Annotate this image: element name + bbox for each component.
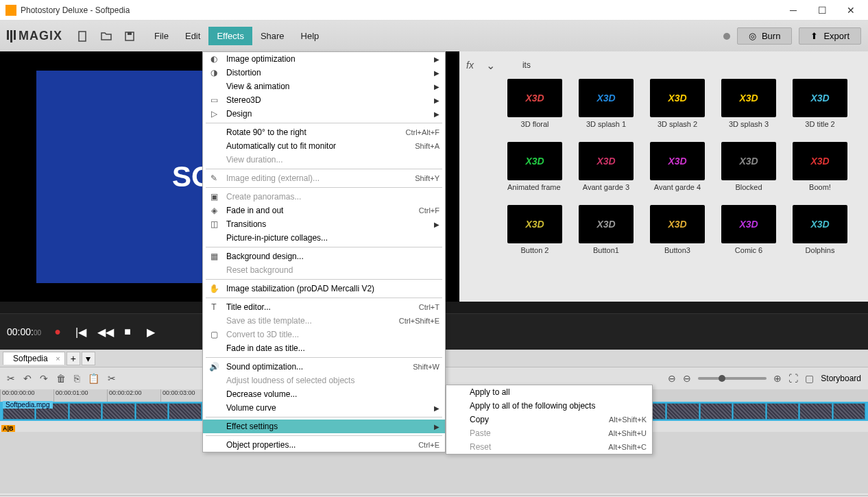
menu-item[interactable]: ▭Stereo3D▶ — [203, 93, 445, 107]
paste-icon[interactable]: 📋 — [88, 373, 99, 384]
thumbnail[interactable]: X3D3D splash 2 — [650, 79, 705, 128]
thumbnail[interactable]: X3D3D title 2 — [793, 79, 847, 128]
menu-item[interactable]: Object properties...Ctrl+E — [203, 438, 445, 452]
submenu-item: ResetAlt+Shift+C — [446, 440, 652, 454]
menu-file[interactable]: File — [146, 27, 177, 45]
zoom-out-icon[interactable]: ⊖ — [683, 373, 691, 384]
thumbnail-image: X3D — [579, 205, 634, 243]
storyboard-label[interactable]: Storyboard — [821, 374, 861, 383]
thumbnail[interactable]: X3DComic 6 — [721, 205, 776, 254]
menu-share[interactable]: Share — [252, 27, 293, 45]
thumbnail[interactable]: X3DDolphins — [793, 205, 847, 254]
submenu-item[interactable]: Apply to all — [446, 385, 652, 399]
menu-item[interactable]: ◑Distortion▶ — [203, 66, 445, 80]
submenu-item[interactable]: CopyAlt+Shift+K — [446, 413, 652, 426]
thumbnail[interactable]: X3D3D splash 1 — [579, 79, 634, 128]
thumbnail[interactable]: X3D3D splash 3 — [721, 79, 776, 128]
thumbnail[interactable]: X3D3D floral — [507, 79, 562, 128]
thumbnail-image: X3D — [507, 142, 562, 180]
maximize-button[interactable]: ☐ — [816, 4, 828, 16]
chevron-down-icon[interactable]: ⌄ — [486, 59, 495, 72]
menu-item-icon: ✎ — [208, 173, 219, 183]
menu-item[interactable]: Volume curve▶ — [203, 401, 445, 415]
thumbnail[interactable]: X3DAnimated frame 1 — [507, 142, 562, 191]
menu-item[interactable]: ◐Image optimization▶ — [203, 52, 445, 66]
minimize-button[interactable]: ─ — [787, 4, 799, 16]
rewind-button[interactable]: ◀◀ — [97, 326, 111, 339]
menu-item[interactable]: 🔊Sound optimization...Shift+W — [203, 360, 445, 374]
menu-item[interactable]: ▷Design▶ — [203, 107, 445, 121]
undo-icon[interactable]: ↶ — [23, 373, 32, 384]
svg-rect-0 — [79, 32, 86, 41]
submenu-item[interactable]: Apply to all of the following objects — [446, 399, 652, 413]
clip-frame[interactable] — [767, 403, 799, 420]
menu-effects[interactable]: Effects — [208, 27, 252, 45]
menu-help[interactable]: Help — [293, 27, 328, 45]
thumbnail[interactable]: X3DButton 2 — [507, 205, 562, 254]
thumbnail[interactable]: X3DButton3 — [650, 205, 705, 254]
menu-item[interactable]: Picture-in-picture collages... — [203, 231, 445, 245]
menu-item-label: Sound optimization... — [226, 362, 303, 372]
clip-frame[interactable] — [700, 403, 732, 420]
thumbnail-image: X3D — [721, 142, 776, 180]
clip-frame[interactable] — [136, 403, 168, 420]
clip-frame[interactable] — [833, 403, 865, 420]
record-button[interactable]: ● — [51, 326, 64, 338]
clip-frame[interactable] — [799, 403, 832, 420]
add-tab-button[interactable]: + — [67, 352, 80, 365]
thumbnail[interactable]: X3DAvant garde 4 — [650, 142, 705, 191]
clip-frame[interactable] — [169, 403, 201, 420]
menu-item[interactable]: Fade in date as title... — [203, 341, 445, 355]
menu-shortcut: Shift+W — [399, 363, 439, 371]
stop-button[interactable]: ■ — [121, 326, 134, 338]
burn-button[interactable]: ◎Burn — [737, 27, 792, 45]
clip-frame[interactable] — [733, 403, 765, 420]
thumbnail[interactable]: X3DBoom! — [793, 142, 847, 191]
zoom-slider[interactable] — [698, 377, 767, 380]
menu-item-label: Picture-in-picture collages... — [226, 233, 328, 243]
tab-menu-button[interactable]: ▾ — [82, 352, 95, 365]
skip-start-button[interactable]: |◀ — [74, 326, 88, 339]
menu-item-label: Rotate 90° to the right — [226, 128, 306, 137]
thumbnail-label: Avant garde 3 — [579, 183, 634, 191]
clip-frame[interactable] — [69, 403, 101, 420]
thumbnail[interactable]: X3DAvant garde 3 — [579, 142, 634, 191]
delete-icon[interactable]: 🗑 — [56, 373, 66, 384]
zoom-out-circle-icon[interactable]: ⊖ — [668, 373, 676, 384]
menu-item-label: Fade in and out — [226, 206, 283, 215]
menu-item[interactable]: View & animation▶ — [203, 80, 445, 93]
save-icon[interactable] — [123, 29, 136, 43]
menu-item[interactable]: ◈Fade in and outCtrl+F — [203, 204, 445, 217]
menu-item[interactable]: ◫Transitions▶ — [203, 217, 445, 231]
scissors-icon[interactable]: ✂ — [108, 373, 116, 384]
clip-frame[interactable] — [666, 403, 699, 420]
menu-item[interactable]: ▦Background design... — [203, 250, 445, 263]
copy-icon[interactable]: ⎘ — [74, 373, 80, 384]
clip-frame[interactable] — [102, 403, 134, 420]
thumbnail-image: X3D — [793, 79, 847, 117]
menu-item[interactable]: Rotate 90° to the rightCtrl+Alt+F — [203, 125, 445, 139]
redo-icon[interactable]: ↷ — [40, 373, 48, 384]
fx-label[interactable]: fx — [466, 60, 474, 71]
play-button[interactable]: ▶ — [144, 326, 158, 339]
thumbnail[interactable]: X3DBlocked — [721, 142, 776, 191]
menu-item[interactable]: TTitle editor...Ctrl+T — [203, 300, 445, 314]
close-tab-icon[interactable]: × — [56, 354, 60, 363]
menu-item-label: Image optimization — [226, 54, 296, 64]
menu-edit[interactable]: Edit — [177, 27, 208, 45]
close-button[interactable]: ✕ — [845, 4, 857, 16]
project-tab[interactable]: Softpedia× — [3, 352, 65, 365]
menu-item[interactable]: Effect settings▶ — [203, 420, 445, 433]
thumbnail[interactable]: X3DButton1 — [579, 205, 634, 254]
fit-icon[interactable]: ⛶ — [788, 373, 798, 384]
storyboard-icon[interactable]: ▢ — [805, 373, 814, 384]
menu-item[interactable]: Decrease volume... — [203, 387, 445, 401]
cut-icon[interactable]: ✂ — [7, 373, 15, 384]
new-file-icon[interactable] — [76, 29, 90, 43]
zoom-in-icon[interactable]: ⊕ — [773, 373, 782, 384]
open-folder-icon[interactable] — [99, 29, 113, 43]
ab-marker[interactable]: A|B — [1, 425, 15, 432]
export-button[interactable]: ⬆Export — [799, 27, 861, 45]
menu-item[interactable]: Automatically cut to fit monitorShift+A — [203, 139, 445, 153]
menu-item[interactable]: ✋Image stabilization (proDAD Mercalli V2… — [203, 282, 445, 295]
